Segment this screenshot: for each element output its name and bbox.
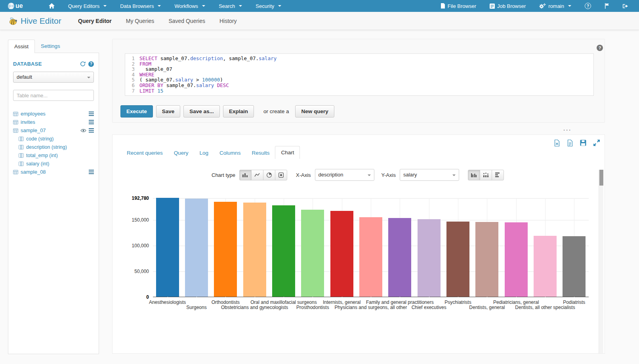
results-card: Recent queries Query Log Columns Results… (112, 135, 605, 354)
export-csv-button[interactable] (567, 140, 573, 146)
chart-plot: 050,000100,000150,000192,780Anesthesiolo… (153, 198, 589, 297)
tab-saved-queries[interactable]: Saved Queries (168, 18, 205, 24)
chart-controls: Chart type X-Axis description (212, 169, 504, 181)
table-menu-icon[interactable] (89, 128, 94, 133)
chart-bar[interactable] (505, 222, 528, 297)
tab-assist[interactable]: Assist (8, 40, 35, 53)
tab-columns[interactable]: Columns (214, 147, 246, 159)
export-xls-button[interactable] (554, 140, 560, 146)
explain-button[interactable]: Explain (223, 105, 254, 118)
dot-bars-button[interactable] (480, 170, 492, 180)
caret-down-icon (239, 5, 242, 7)
table-menu-icon[interactable] (89, 112, 94, 116)
assist-help-icon[interactable]: ? (88, 61, 94, 67)
tab-results[interactable]: Results (246, 147, 275, 159)
horizontal-bars-button[interactable] (492, 170, 504, 180)
chart-bar[interactable] (563, 236, 586, 297)
database-select[interactable]: default (13, 72, 94, 83)
table-filter-input[interactable] (13, 90, 94, 101)
grouped-bars-button[interactable] (468, 170, 480, 180)
job-browser-button[interactable]: Job Browser (483, 0, 532, 12)
x-axis-label: Chief executives (412, 305, 446, 310)
editor-resize-handle[interactable]: ··· (563, 127, 572, 133)
nav-workflows[interactable]: Workflows (168, 0, 212, 12)
x-axis-label: Prosthodontists (296, 305, 329, 310)
tab-my-queries[interactable]: My Queries (126, 18, 155, 24)
chart-bar[interactable] (243, 203, 266, 297)
hue-logo[interactable]: ue (4, 2, 27, 9)
chart-bar[interactable] (388, 218, 411, 297)
save-as-button[interactable]: Save as... (183, 105, 220, 118)
home-button[interactable] (42, 0, 61, 12)
chart-bar[interactable] (214, 202, 237, 297)
fullscreen-button[interactable] (593, 140, 600, 146)
chart-bar[interactable] (301, 210, 324, 297)
table-name: sample_07 (21, 127, 46, 133)
tab-query[interactable]: Query (168, 147, 194, 159)
caret-down-icon (87, 77, 90, 78)
tab-query-editor[interactable]: Query Editor (78, 18, 112, 24)
file-browser-button[interactable]: File Browser (434, 0, 483, 12)
tab-recent-queries[interactable]: Recent queries (121, 147, 168, 159)
chart-bar[interactable] (272, 205, 295, 297)
chart-bar[interactable] (475, 222, 498, 297)
nav-data-browsers[interactable]: Data Browsers (113, 0, 168, 12)
table-menu-icon[interactable] (89, 120, 94, 124)
user-menu[interactable]: romain (532, 0, 578, 12)
chart-bar[interactable] (446, 222, 469, 297)
x-axis-select[interactable]: description (315, 169, 374, 181)
line-chart-button[interactable] (251, 170, 263, 180)
x-axis-label: Orthodontists (212, 300, 240, 305)
column-row[interactable]: total_emp (int) (13, 151, 94, 159)
table-row[interactable]: sample_08 (13, 168, 94, 176)
tab-chart[interactable]: Chart (275, 146, 300, 159)
chart-bar[interactable] (185, 199, 208, 297)
x-axis-label: Pediatricians, general (493, 300, 539, 305)
code-token: 15 (157, 88, 163, 94)
chart-bar[interactable] (418, 219, 441, 297)
chart-bar[interactable] (534, 236, 557, 297)
column-row[interactable]: description (string) (13, 143, 94, 151)
table-row[interactable]: employees (13, 110, 94, 118)
logout-button[interactable] (616, 0, 635, 12)
line-chart-icon (254, 173, 260, 177)
results-scrollbar[interactable] (599, 170, 603, 353)
app-title[interactable]: Hive Editor (8, 16, 78, 26)
table-row[interactable]: invites (13, 118, 94, 126)
y-axis-select[interactable]: salary (400, 169, 459, 181)
table-menu-icon[interactable] (89, 170, 94, 174)
code-line: sample_07 (139, 66, 277, 72)
caret-down-icon (202, 5, 205, 7)
tab-log[interactable]: Log (194, 147, 214, 159)
chart-bar[interactable] (156, 198, 179, 297)
nav-security[interactable]: Security (249, 0, 288, 12)
chart-bar[interactable] (330, 211, 353, 297)
nav-search[interactable]: Search (212, 0, 249, 12)
nav-query-editors[interactable]: Query Editors (61, 0, 113, 12)
feedback-flag-button[interactable] (598, 0, 616, 12)
sql-editor[interactable]: 1234567 SELECT sample_07.description, sa… (125, 53, 594, 96)
bar-style-group (468, 170, 504, 180)
tab-history[interactable]: History (219, 18, 237, 24)
chart-bar[interactable] (359, 217, 382, 297)
scrollbar-thumb[interactable] (599, 170, 603, 186)
editor-help-icon[interactable]: ? (597, 45, 603, 51)
refresh-icon[interactable] (80, 61, 86, 66)
column-row[interactable]: code (string) (13, 135, 94, 143)
save-results-button[interactable] (580, 140, 586, 146)
line-number: 5 (125, 77, 135, 83)
help-button[interactable]: ? (578, 0, 598, 12)
execute-button[interactable]: Execute (120, 105, 153, 118)
column-row[interactable]: salary (int) (13, 159, 94, 168)
assist-tabs: Assist Settings (8, 38, 99, 53)
editor-gutter: 1234567 (125, 54, 137, 95)
table-row[interactable]: sample_07 (13, 126, 94, 135)
pie-chart-button[interactable] (263, 170, 275, 180)
save-button[interactable]: Save (156, 105, 181, 118)
x-axis-label: Surgeons (186, 305, 206, 310)
tab-settings[interactable]: Settings (35, 40, 66, 53)
bar-chart-button[interactable] (239, 170, 252, 180)
eye-icon[interactable] (80, 129, 86, 133)
new-query-button[interactable]: New query (295, 105, 334, 118)
map-chart-button[interactable] (275, 170, 287, 180)
